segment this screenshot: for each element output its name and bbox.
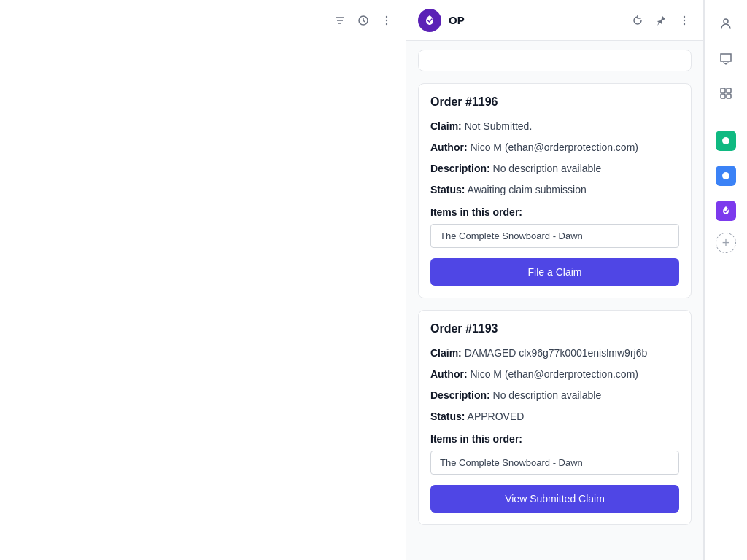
purple-app-badge	[716, 201, 736, 221]
right-sidebar: +	[704, 0, 747, 560]
main-panel: OP	[406, 0, 704, 560]
chat-icon[interactable]	[713, 45, 739, 71]
history-icon[interactable]	[356, 13, 371, 28]
svg-point-6	[684, 23, 685, 24]
order-card-1193: Order #1193 Claim: DAMAGED clx96g77k0001…	[418, 310, 692, 525]
order-1196-claim: Claim: Not Submitted.	[430, 119, 679, 134]
header-more-icon[interactable]	[677, 13, 692, 28]
refresh-icon[interactable]	[630, 13, 645, 28]
add-icon: +	[722, 236, 730, 251]
claim-value-1193: DAMAGED clx96g77k0001enislmw9rj6b	[465, 347, 648, 359]
green-app-badge	[716, 131, 736, 151]
claim-value: Not Submitted.	[465, 120, 533, 132]
order-1193-claim: Claim: DAMAGED clx96g77k0001enislmw9rj6b	[430, 346, 679, 361]
partial-card	[418, 50, 692, 71]
blue-app-icon[interactable]	[713, 163, 739, 189]
status-label: Status:	[430, 184, 465, 195]
grid-icon[interactable]	[713, 80, 739, 106]
file-claim-button[interactable]: File a Claim	[430, 258, 679, 286]
items-label-1196: Items in this order:	[430, 206, 679, 218]
svg-point-5	[684, 19, 685, 20]
order-1196-title: Order #1196	[430, 96, 679, 109]
sidebar-divider	[709, 117, 743, 117]
green-app-icon[interactable]	[713, 128, 739, 154]
claim-label-1193: Claim:	[430, 347, 462, 359]
header-right	[630, 13, 692, 28]
svg-rect-10	[721, 94, 725, 98]
order-1193-author: Author: Nico M (ethan@orderprotection.co…	[430, 367, 679, 382]
pin-icon[interactable]	[654, 13, 668, 28]
description-label: Description:	[430, 163, 490, 174]
header-left: OP	[418, 9, 465, 32]
items-label-1193: Items in this order:	[430, 433, 679, 445]
order-1196-author: Author: Nico M (ethan@orderprotection.co…	[430, 140, 679, 155]
more-options-icon[interactable]	[379, 13, 394, 28]
app-logo	[418, 9, 441, 32]
description-value-1193: No description available	[493, 389, 602, 401]
orders-list: Order #1196 Claim: Not Submitted. Author…	[406, 41, 703, 560]
description-label-1193: Description:	[430, 389, 490, 401]
order-1193-items-section: Items in this order: The Complete Snowbo…	[430, 433, 679, 475]
main-header: OP	[406, 0, 703, 41]
author-label: Author:	[430, 141, 468, 153]
svg-rect-9	[727, 88, 731, 93]
status-label-1193: Status:	[430, 411, 465, 422]
header-title: OP	[449, 14, 465, 26]
blue-app-badge	[716, 166, 736, 186]
add-app-button[interactable]: +	[716, 233, 736, 253]
author-label-1193: Author:	[430, 368, 468, 380]
description-value: No description available	[493, 163, 602, 174]
author-value-1193: Nico M (ethan@orderprotection.com)	[470, 368, 638, 380]
left-toolbar	[333, 13, 394, 28]
status-value-1193: APPROVED	[468, 411, 525, 422]
purple-app-icon[interactable]	[713, 198, 739, 224]
svg-rect-11	[727, 94, 731, 98]
svg-point-3	[386, 23, 387, 25]
svg-point-12	[722, 137, 729, 144]
order-1193-description: Description: No description available	[430, 388, 679, 403]
claim-label: Claim:	[430, 120, 462, 132]
author-value: Nico M (ethan@orderprotection.com)	[470, 141, 638, 153]
order-1196-description: Description: No description available	[430, 161, 679, 176]
order-1193-title: Order #1193	[430, 322, 679, 335]
svg-rect-8	[721, 88, 725, 93]
order-1193-status: Status: APPROVED	[430, 409, 679, 424]
order-1196-items-section: Items in this order: The Complete Snowbo…	[430, 206, 679, 248]
svg-point-2	[386, 20, 387, 21]
status-value: Awaiting claim submission	[468, 184, 587, 195]
item-badge-1196-0: The Complete Snowboard - Dawn	[430, 224, 679, 248]
user-icon[interactable]	[713, 10, 739, 36]
view-submitted-claim-button[interactable]: View Submitted Claim	[430, 485, 679, 513]
order-1196-status: Status: Awaiting claim submission	[430, 182, 679, 198]
order-card-1196: Order #1196 Claim: Not Submitted. Author…	[418, 83, 692, 298]
svg-point-4	[684, 15, 685, 17]
svg-point-7	[724, 19, 728, 23]
left-panel	[0, 0, 406, 560]
item-badge-1193-0: The Complete Snowboard - Dawn	[430, 451, 679, 475]
svg-point-13	[722, 172, 729, 179]
filter-icon[interactable]	[333, 13, 347, 28]
svg-point-1	[386, 16, 387, 18]
